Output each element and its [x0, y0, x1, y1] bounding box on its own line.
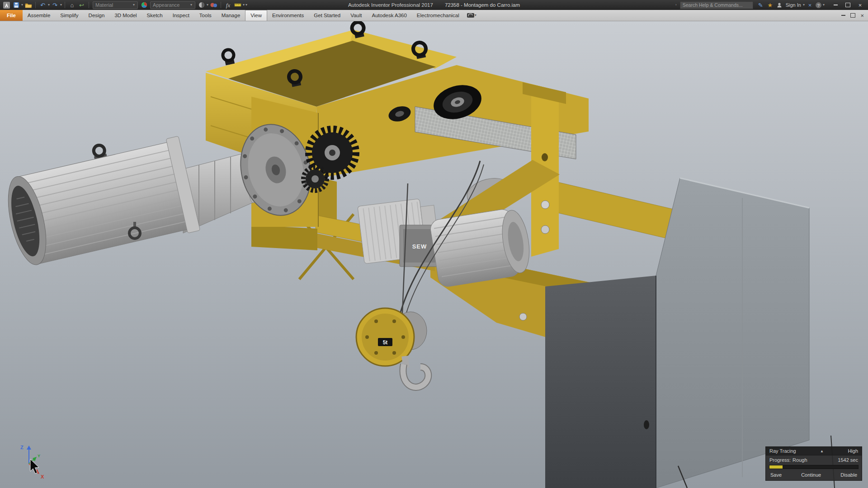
tab-sketch[interactable]: Sketch: [142, 10, 168, 21]
maximize-button[interactable]: [842, 0, 854, 9]
redo-icon[interactable]: ↷: [51, 1, 59, 9]
window-controls: ×: [830, 0, 866, 9]
user-avatar-icon[interactable]: [775, 1, 784, 9]
tab-3d-model[interactable]: 3D Model: [109, 10, 142, 21]
progress-bar: [769, 465, 859, 469]
progress-stage: Rough: [793, 457, 807, 463]
disable-button[interactable]: Disable: [840, 472, 857, 478]
tab-electromechanical[interactable]: Electromechanical: [412, 10, 464, 21]
progress-label: Progress:: [769, 457, 791, 463]
tab-simplify[interactable]: Simplify: [55, 10, 83, 21]
ray-progress-row: Progress:Rough 1542 sec: [766, 455, 862, 464]
tab-view[interactable]: View: [245, 10, 267, 21]
toolbar-separator: [221, 2, 221, 8]
parameters-fx-icon[interactable]: fx: [224, 1, 232, 9]
material-caret-icon: ▾: [133, 3, 135, 7]
titlebar: ▾ ↶ ▾ ↷ ▾ ⌂ ↩ Material ▾ Appearance ▾ ▾: [0, 0, 868, 10]
tab-autodesk-a360[interactable]: Autodesk A360: [367, 10, 411, 21]
tab-design[interactable]: Design: [84, 10, 110, 21]
toolbar-separator: [35, 2, 36, 8]
doc-close-button[interactable]: ×: [860, 13, 864, 19]
doc-restore-button[interactable]: [850, 13, 855, 18]
adjust-caret-icon[interactable]: ▾: [207, 3, 208, 7]
color-wheel-icon[interactable]: [140, 1, 148, 9]
return-icon[interactable]: ↩: [77, 1, 86, 9]
help-caret-icon[interactable]: ▾: [823, 3, 825, 7]
tab-file[interactable]: File: [0, 10, 23, 21]
pen-feedback-icon[interactable]: ✎: [756, 1, 765, 9]
document-window-controls: ×: [841, 10, 868, 21]
axis-z-label: Z: [20, 445, 24, 450]
material-dropdown[interactable]: Material ▾: [93, 1, 138, 9]
quick-access-toolbar: ▾ ↶ ▾ ↷ ▾ ⌂ ↩ Material ▾ Appearance ▾ ▾: [0, 1, 250, 9]
collapse-arrow-icon[interactable]: ▲: [796, 449, 848, 453]
continue-button[interactable]: Continue: [801, 472, 821, 478]
app-logo-icon[interactable]: [2, 1, 11, 9]
save-render-button[interactable]: Save: [770, 472, 782, 478]
help-search-input[interactable]: [680, 1, 753, 9]
sign-in-caret-icon[interactable]: ▾: [803, 3, 805, 7]
save-icon[interactable]: [12, 1, 20, 9]
appearance-dropdown-value: Appearance: [153, 2, 179, 8]
cabinet-handle: [644, 420, 649, 429]
save-dropdown-caret-icon[interactable]: ▾: [21, 3, 23, 7]
motor-brand-label: SEW: [412, 243, 427, 250]
tab-manage[interactable]: Manage: [217, 10, 245, 21]
home-view-icon[interactable]: ⌂: [68, 1, 76, 9]
a360-cloud-icon[interactable]: [467, 10, 474, 21]
tab-vault[interactable]: Vault: [345, 10, 367, 21]
measure-icon[interactable]: [233, 1, 242, 9]
ribbon-options-caret-icon[interactable]: ▾: [475, 14, 476, 17]
minimize-button[interactable]: [830, 0, 842, 9]
tab-get-started[interactable]: Get Started: [309, 10, 345, 21]
elapsed-time: 1542 sec: [838, 457, 858, 463]
appearance-dropdown[interactable]: Appearance ▾: [150, 1, 195, 9]
ray-panel-header: Ray Tracing ▲ High: [766, 447, 862, 455]
undo-caret-icon[interactable]: ▾: [48, 3, 50, 7]
redo-caret-icon[interactable]: ▾: [60, 3, 62, 7]
axis-x-label: X: [41, 474, 44, 479]
viewport-3d[interactable]: SEW 5t Z: [0, 21, 868, 488]
help-icon[interactable]: ?: [816, 2, 821, 8]
progress-fill: [769, 465, 783, 469]
toolbar-separator: [65, 2, 65, 8]
tab-environments[interactable]: Environments: [267, 10, 309, 21]
ray-tracing-panel: Ray Tracing ▲ High Progress:Rough 1542 s…: [765, 446, 862, 481]
toolbar-separator: [89, 2, 89, 8]
app-title: Autodesk Inventor Professional 2017: [348, 2, 433, 8]
appearance-spheres-icon[interactable]: [209, 1, 218, 9]
adjust-icon[interactable]: [197, 1, 206, 9]
measure-caret-icon[interactable]: ▾: [243, 3, 245, 7]
favorites-star-icon[interactable]: ★: [766, 1, 774, 9]
doc-minimize-button[interactable]: [841, 15, 845, 16]
exchange-apps-icon[interactable]: ×: [806, 1, 814, 9]
tab-tools[interactable]: Tools: [194, 10, 217, 21]
ray-quality-value[interactable]: High: [848, 448, 858, 454]
material-dropdown-value: Material: [95, 2, 113, 8]
undo-icon[interactable]: ↶: [38, 1, 47, 9]
open-icon[interactable]: [24, 1, 33, 9]
document-title: 72358 - Montagem do Carro.iam: [445, 2, 520, 8]
close-button[interactable]: ×: [854, 0, 866, 9]
axis-y-label: Y: [38, 454, 40, 458]
search-chevron-icon[interactable]: ›: [675, 3, 677, 7]
sign-in-button[interactable]: Sign In: [786, 2, 801, 8]
ray-panel-title: Ray Tracing: [769, 448, 796, 454]
tab-assemble[interactable]: Assemble: [23, 10, 56, 21]
customize-toolbar-caret-icon[interactable]: ▾: [245, 3, 247, 7]
tab-inspect[interactable]: Inspect: [168, 10, 194, 21]
appearance-caret-icon: ▾: [190, 3, 192, 7]
hook-capacity-label: 5t: [383, 339, 388, 346]
ray-panel-buttons: Save Continue Disable: [766, 470, 862, 480]
ribbon-tab-bar: File Assemble Simplify Design 3D Model S…: [0, 10, 868, 21]
